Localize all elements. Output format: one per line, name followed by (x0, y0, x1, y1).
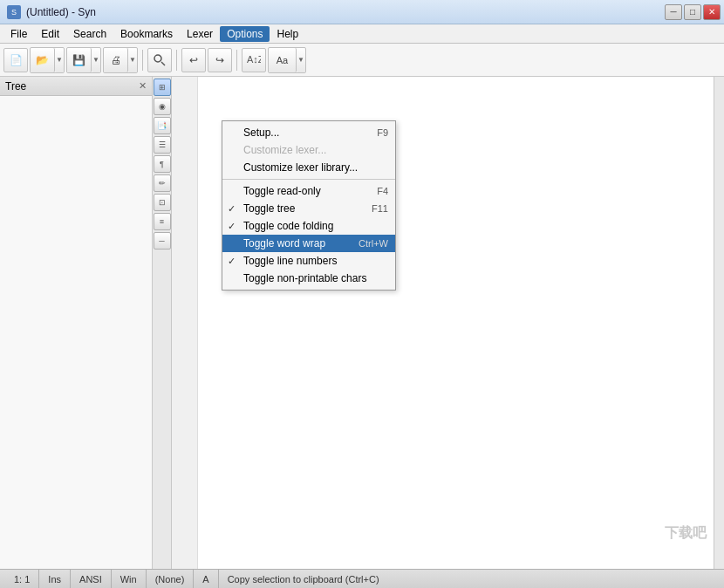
sidebar-icon-tree[interactable]: ⊞ (154, 79, 171, 96)
menu-shortcut: Ctrl+W (341, 238, 388, 249)
menu-option-toggle-word-wrap[interactable]: Toggle word wrapCtrl+W (222, 235, 395, 252)
app-icon: S (7, 5, 21, 19)
line-numbers (172, 77, 198, 569)
sep3 (236, 50, 237, 71)
sidebar-icon-list[interactable]: ☰ (154, 136, 171, 154)
redo-button[interactable]: ↪ (208, 48, 232, 72)
checkmark-icon: ✓ (228, 256, 236, 267)
menu-item-file[interactable]: File (3, 26, 34, 42)
sidebar-icon-explore[interactable]: ◉ (154, 98, 171, 115)
status-accessibility: A (194, 570, 218, 588)
menu-item-search[interactable]: Search (66, 26, 113, 42)
status-os: Win (112, 570, 147, 588)
menu-option-toggle-readonly[interactable]: Toggle read-onlyF4 (222, 182, 395, 200)
toolbar: 📄 📂 ▼ 💾 ▼ 🖨 ▼ ↩ ↪ A↕Z Aa ▼ (0, 44, 724, 77)
tree-panel: Tree ✕ (0, 77, 153, 569)
sidebar-icon-dash[interactable]: ─ (154, 232, 171, 250)
status-position: 1: 1 (5, 570, 39, 588)
menu-option-toggle-non-printable[interactable]: Toggle non-printable chars (222, 270, 395, 287)
options-dropdown-menu: Setup...F9Customize lexer...Customize le… (222, 120, 396, 291)
menu-item-bookmarks[interactable]: Bookmarks (113, 26, 180, 42)
sidebar-icon-lines[interactable]: ≡ (154, 213, 171, 230)
tree-close-button[interactable]: ✕ (139, 80, 147, 92)
svg-point-0 (154, 55, 161, 62)
vertical-scrollbar[interactable] (714, 77, 724, 569)
sort-button[interactable]: A↕Z (242, 48, 266, 72)
menu-option-toggle-code-folding[interactable]: ✓Toggle code folding (222, 217, 395, 235)
menu-option-label: Toggle read-only (243, 185, 321, 197)
main-area: Tree ✕ ⊞◉📑☰¶✏⊡≡─ Setup...F9Customize lex… (0, 77, 724, 569)
menu-option-label: Toggle code folding (243, 220, 333, 232)
watermark: 下载吧 (665, 524, 707, 543)
close-button[interactable]: ✕ (703, 4, 721, 20)
menu-option-label: Toggle line numbers (243, 255, 337, 267)
menu-option-label: Toggle tree (243, 202, 295, 215)
menu-item-options[interactable]: Options (220, 26, 270, 42)
menu-item-edit[interactable]: Edit (34, 26, 66, 42)
open-button[interactable]: 📂 (31, 48, 55, 72)
save-dropdown[interactable]: ▼ (92, 48, 100, 72)
menu-option-label: Customize lexer... (243, 144, 326, 156)
menu-shortcut: F9 (359, 127, 388, 138)
menu-option-label: Customize lexer library... (243, 161, 358, 174)
sidebar-icon-bookmark[interactable]: 📑 (154, 117, 171, 134)
menu-option-toggle-line-numbers[interactable]: ✓Toggle line numbers (222, 252, 395, 270)
tree-header: Tree ✕ (0, 77, 152, 96)
maximize-button[interactable]: □ (684, 4, 701, 20)
menu-separator (222, 179, 395, 180)
title-bar: S (Untitled) - Syn ─ □ ✕ (0, 0, 724, 24)
menu-shortcut: F4 (359, 186, 388, 196)
status-clipboard: Copy selection to clipboard (Ctrl+C) (219, 570, 719, 588)
menu-option-customize-lexer-lib[interactable]: Customize lexer library... (222, 159, 395, 176)
menu-item-help[interactable]: Help (270, 26, 305, 42)
window-title: (Untitled) - Syn (26, 6, 96, 18)
tree-content (0, 96, 152, 569)
sidebar-icon-edit2[interactable]: ✏ (154, 174, 171, 192)
sep1 (142, 50, 143, 71)
case-group: Aa ▼ (268, 47, 306, 73)
find-button[interactable] (147, 48, 172, 72)
menu-option-label: Toggle non-printable chars (243, 272, 366, 284)
new-button[interactable]: 📄 (3, 48, 28, 72)
sidebar-icon-monitor[interactable]: ⊡ (154, 194, 171, 211)
print-group: 🖨 ▼ (103, 47, 138, 73)
sort-icon: A↕Z (247, 54, 261, 66)
status-encoding: ANSI (71, 570, 112, 588)
menu-option-toggle-tree[interactable]: ✓Toggle treeF11 (222, 200, 395, 217)
sidebar: ⊞◉📑☰¶✏⊡≡─ (153, 77, 172, 569)
menu-item-lexer[interactable]: Lexer (180, 26, 220, 42)
menu-option-setup[interactable]: Setup...F9 (222, 124, 395, 141)
menu-option-label: Setup... (243, 126, 279, 139)
menu-option-label: Toggle word wrap (243, 237, 325, 250)
checkmark-icon: ✓ (228, 203, 236, 215)
print-dropdown[interactable]: ▼ (128, 48, 137, 72)
status-mode: Ins (39, 570, 71, 588)
status-bar: 1: 1 Ins ANSI Win (None) A Copy selectio… (0, 569, 724, 588)
svg-line-1 (161, 62, 165, 65)
tree-title: Tree (5, 80, 26, 92)
undo-button[interactable]: ↩ (181, 48, 206, 72)
save-button[interactable]: 💾 (67, 48, 92, 72)
menu-option-customize-lexer: Customize lexer... (222, 141, 395, 159)
case-dropdown[interactable]: ▼ (297, 48, 305, 72)
case-button[interactable]: Aa (269, 48, 297, 72)
open-save-group: 📂 ▼ (30, 47, 65, 73)
window-controls: ─ □ ✕ (665, 4, 721, 20)
print-button[interactable]: 🖨 (104, 48, 128, 72)
status-syntax: (None) (147, 570, 195, 588)
checkmark-icon: ✓ (228, 221, 236, 232)
menu-bar: FileEditSearchBookmarksLexerOptionsHelp (0, 24, 724, 44)
save-group: 💾 ▼ (66, 47, 101, 73)
sep2 (176, 50, 177, 71)
sidebar-icon-para[interactable]: ¶ (154, 155, 171, 173)
search-icon (153, 53, 167, 67)
menu-shortcut: F11 (354, 203, 388, 214)
open-dropdown[interactable]: ▼ (55, 48, 64, 72)
minimize-button[interactable]: ─ (665, 4, 682, 20)
svg-text:A↕Z: A↕Z (247, 54, 261, 65)
